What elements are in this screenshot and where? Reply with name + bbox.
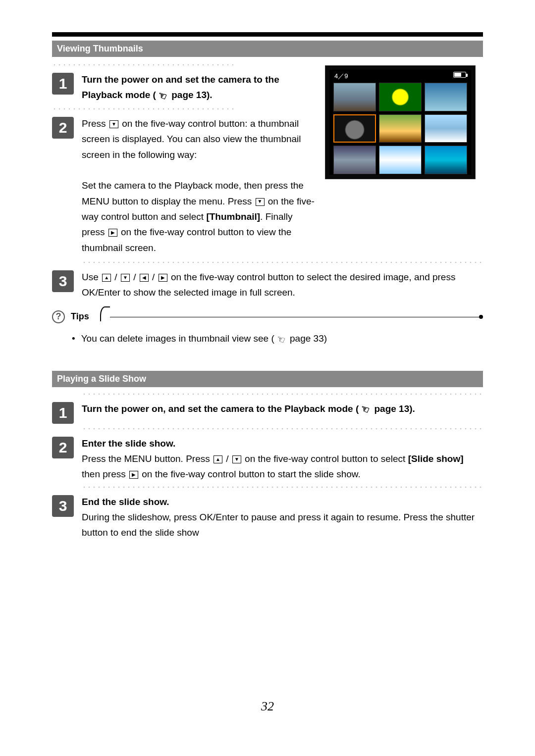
- step1-bold: Turn the power on and set the camera to …: [82, 74, 279, 100]
- tips-header: ? Tips: [52, 310, 483, 323]
- step-1: 1 Turn the power on and set the camera t…: [52, 64, 316, 104]
- s2-step1-text: Turn the power on, and set the camera to…: [82, 393, 483, 417]
- step2-text: Press ▼ on the five-way control button: …: [82, 108, 316, 255]
- thumbnail: [333, 146, 376, 174]
- thumbnail: [425, 83, 467, 111]
- section1-steps: 1 Turn the power on and set the camera t…: [52, 61, 316, 257]
- step-3: 3 Use ▲ / ▼ / ◀ / ▶ on the five-way cont…: [52, 261, 483, 301]
- tips-rule: [100, 312, 483, 321]
- image-counter: 4／9: [334, 72, 348, 81]
- bullet-icon: •: [72, 333, 75, 344]
- right-arrow-icon: ▶: [159, 274, 167, 282]
- s2-step2-text: Enter the slide show. Press the MENU but…: [82, 428, 483, 482]
- tips-label: Tips: [71, 311, 94, 322]
- thumbnail-selected: [333, 114, 376, 143]
- page-number: 32: [0, 699, 535, 714]
- thumbnail: [425, 146, 467, 174]
- step1-text: Turn the power on and set the camera to …: [82, 64, 316, 104]
- battery-icon: [453, 72, 466, 78]
- top-rule: [52, 32, 483, 37]
- step-number-3: 3: [52, 495, 74, 517]
- s2-step3-text: End the slide show. During the slideshow…: [82, 486, 483, 541]
- question-mark-icon: ?: [52, 310, 65, 323]
- step-3-s2: 3 End the slide show. During the slidesh…: [52, 486, 483, 541]
- step-1-s2: 1 Turn the power on, and set the camera …: [52, 393, 483, 424]
- page-content: Viewing Thumbnails 1 Turn the power on a…: [52, 37, 483, 543]
- camera-screen: 4／9: [325, 66, 475, 179]
- step-number-1: 1: [52, 402, 74, 424]
- section-header-slideshow: Playing a Slide Show: [52, 371, 483, 387]
- left-arrow-icon: ◀: [140, 274, 149, 282]
- thumbnail: [379, 146, 422, 174]
- step-2: 2 Press ▼ on the five-way control button…: [52, 108, 316, 255]
- down-arrow-icon: ▼: [256, 198, 265, 206]
- down-arrow-icon: ▼: [232, 455, 241, 463]
- step-2-s2: 2 Enter the slide show. Press the MENU b…: [52, 428, 483, 482]
- up-arrow-icon: ▲: [214, 455, 222, 463]
- hand-pointer-icon: ☞: [156, 87, 169, 105]
- thumbnail: [379, 83, 422, 111]
- down-arrow-icon: ▼: [109, 120, 118, 128]
- section1-body: 1 Turn the power on and set the camera t…: [52, 61, 483, 257]
- down-arrow-icon: ▼: [121, 274, 130, 282]
- tips-body: •You can delete images in thumbnail view…: [72, 331, 483, 347]
- camera-screen-col: 4／9: [325, 61, 483, 257]
- hand-pointer-icon: ☞: [358, 400, 372, 418]
- section-header-thumbnails: Viewing Thumbnails: [52, 41, 483, 57]
- thumbnail: [333, 83, 376, 111]
- hand-pointer-icon: ☞: [274, 330, 288, 348]
- up-arrow-icon: ▲: [102, 274, 111, 282]
- thumbnail-grid: [329, 82, 471, 178]
- step-number-2: 2: [52, 437, 74, 458]
- step-number-1: 1: [52, 73, 74, 95]
- right-arrow-icon: ▶: [129, 471, 138, 479]
- thumbnail: [425, 114, 467, 143]
- step3-text: Use ▲ / ▼ / ◀ / ▶ on the five-way contro…: [82, 261, 483, 301]
- screen-statusbar: 4／9: [329, 70, 471, 82]
- right-arrow-icon: ▶: [108, 229, 117, 237]
- thumbnail: [379, 114, 422, 143]
- step-number-3: 3: [52, 270, 74, 292]
- step-number-2: 2: [52, 117, 74, 139]
